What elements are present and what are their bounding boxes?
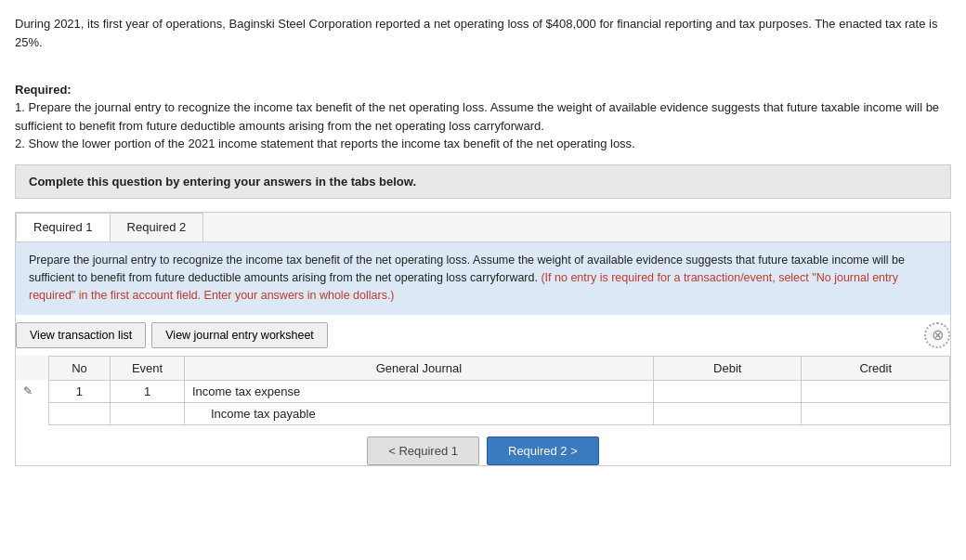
question-box: Complete this question by entering your … [15, 164, 951, 199]
row-event: 1 [111, 380, 185, 402]
intro-section: During 2021, its first year of operation… [15, 15, 951, 153]
required-label: Required: [15, 83, 72, 97]
table-row: Income tax payable [16, 402, 950, 424]
view-journal-entry-worksheet-button[interactable]: View journal entry worksheet [151, 322, 328, 348]
credit-entry-1[interactable] [802, 380, 950, 402]
account-entry-1[interactable]: Income tax expense [184, 380, 653, 402]
req2-text: 2. Show the lower portion of the 2021 in… [15, 137, 635, 150]
row-no: 1 [48, 380, 110, 402]
row-event-2 [111, 402, 185, 424]
tab-row: Required 1 Required 2 [16, 213, 950, 242]
journal-table: No Event General Journal Debit Credit ✎ … [16, 356, 950, 425]
col-header-general-journal: General Journal [184, 356, 653, 380]
debit-entry-2[interactable] [653, 402, 801, 424]
col-header-credit: Credit [802, 356, 950, 380]
prev-button[interactable]: < Required 1 [367, 436, 479, 465]
tabs-container: Required 1 Required 2 Prepare the journa… [15, 212, 951, 466]
tab-required1[interactable]: Required 1 [16, 213, 111, 241]
edit-icon-2 [16, 402, 48, 424]
navigation-buttons: < Required 1 Required 2 > [16, 436, 950, 465]
req1-text: 1. Prepare the journal entry to recogniz… [15, 100, 939, 133]
tab-content: Prepare the journal entry to recognize t… [16, 242, 950, 465]
col-header-debit: Debit [653, 356, 801, 380]
intro-paragraph1: During 2021, its first year of operation… [15, 15, 951, 51]
table-row: ✎ 1 1 Income tax expense [16, 380, 950, 402]
view-transaction-list-button[interactable]: View transaction list [16, 322, 146, 348]
credit-entry-2[interactable] [802, 402, 950, 424]
col-header-event: Event [111, 356, 185, 380]
debit-entry-1[interactable] [653, 380, 801, 402]
tab-required2[interactable]: Required 2 [110, 213, 204, 241]
edit-icon[interactable]: ✎ [16, 380, 48, 402]
question-box-text: Complete this question by entering your … [29, 175, 416, 189]
required-header: Required: 1. Prepare the journal entry t… [15, 81, 951, 153]
col-header-no: No [48, 356, 110, 380]
instruction-box: Prepare the journal entry to recognize t… [16, 242, 950, 315]
account-entry-2[interactable]: Income tax payable [184, 402, 653, 424]
row-no-2 [48, 402, 110, 424]
close-icon[interactable]: ⊗ [924, 322, 950, 348]
next-button[interactable]: Required 2 > [487, 436, 599, 465]
action-bar: View transaction list View journal entry… [16, 315, 950, 356]
